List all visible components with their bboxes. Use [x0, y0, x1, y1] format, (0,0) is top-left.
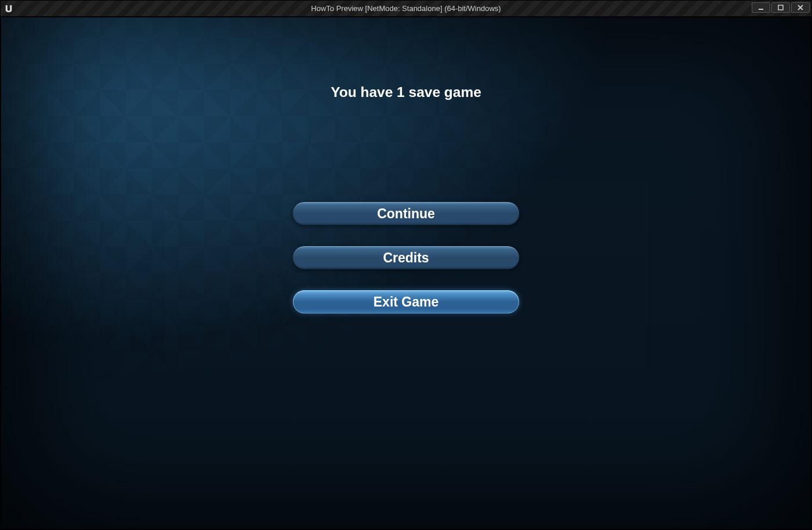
- svg-rect-0: [759, 9, 763, 10]
- maximize-button[interactable]: [771, 2, 790, 13]
- game-viewport: You have 1 save game Continue Credits Ex…: [1, 17, 811, 529]
- continue-button[interactable]: Continue: [293, 202, 519, 225]
- svg-rect-1: [778, 5, 783, 10]
- unreal-logo-icon: [1, 1, 17, 17]
- save-status-heading: You have 1 save game: [331, 84, 481, 100]
- exit-game-button[interactable]: Exit Game: [293, 290, 519, 313]
- minimize-button[interactable]: [752, 2, 770, 13]
- window-title: HowTo Preview [NetMode: Standalone] (64-…: [311, 4, 501, 13]
- titlebar[interactable]: HowTo Preview [NetMode: Standalone] (64-…: [1, 1, 811, 17]
- application-window: HowTo Preview [NetMode: Standalone] (64-…: [0, 0, 812, 530]
- main-menu: You have 1 save game Continue Credits Ex…: [1, 17, 811, 529]
- close-button[interactable]: [791, 2, 810, 13]
- window-controls: [752, 2, 810, 13]
- menu-button-stack: Continue Credits Exit Game: [293, 202, 519, 313]
- credits-button[interactable]: Credits: [293, 246, 519, 269]
